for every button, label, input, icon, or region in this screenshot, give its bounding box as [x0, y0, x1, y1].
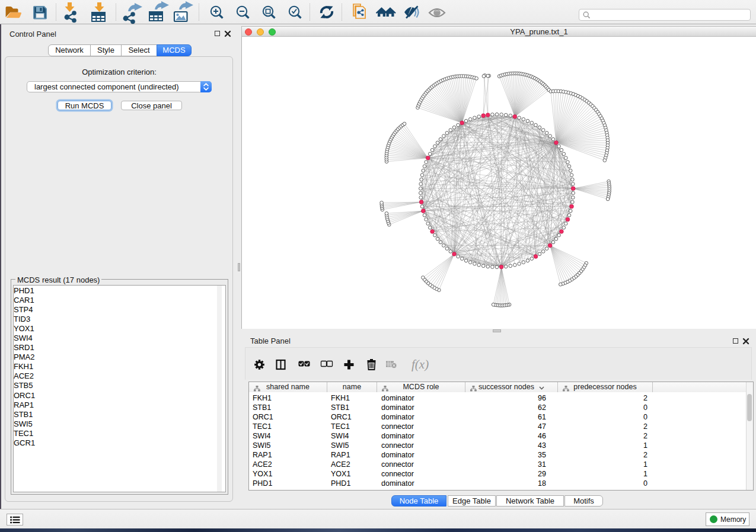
svg-text:f(x): f(x) [412, 357, 429, 371]
